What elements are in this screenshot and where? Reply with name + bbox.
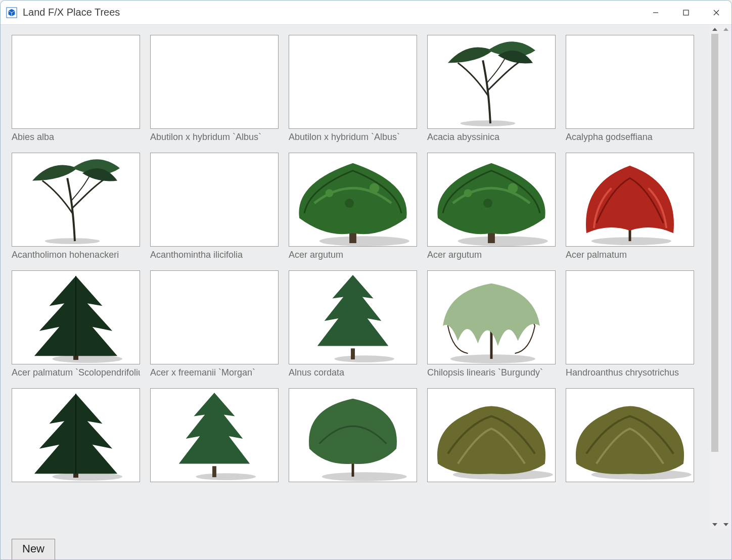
tree-thumbnail[interactable]: [427, 153, 556, 247]
tree-label: Acer argutum: [427, 247, 556, 260]
tree-item[interactable]: Acer argutum: [427, 153, 556, 260]
window-scrollbar[interactable]: [720, 25, 731, 529]
tree-label: Abutilon x hybridum `Albus`: [289, 129, 417, 143]
tree-label: Abutilon x hybridum `Albus`: [150, 129, 279, 143]
tree-item[interactable]: Acer palmatum: [566, 153, 694, 260]
tree-label: [150, 482, 279, 485]
tree-label: Acacia abyssinica: [427, 129, 556, 143]
tree-item[interactable]: Acanthomintha ilicifolia: [150, 153, 279, 260]
tree-item[interactable]: [427, 388, 556, 485]
tree-item[interactable]: [566, 388, 694, 485]
tree-thumbnail[interactable]: [12, 388, 140, 482]
tree-thumbnail[interactable]: [566, 388, 694, 482]
tree-label: Acer x freemanii `Morgan`: [150, 364, 279, 378]
tree-label: [566, 482, 694, 485]
tree-label: [289, 482, 417, 485]
tree-grid-scroll: Abies albaAbutilon x hybridum `Albus`Abu…: [1, 25, 709, 529]
tree-item[interactable]: Acacia abyssinica: [427, 35, 556, 143]
bottom-bar: New: [1, 529, 731, 559]
tree-thumbnail[interactable]: [427, 35, 556, 129]
tree-label: Acer palmatum: [566, 247, 694, 260]
tree-label: Handroanthus chrysotrichus: [566, 364, 694, 378]
sketchup-icon: [6, 7, 18, 19]
tree-grid: Abies albaAbutilon x hybridum `Albus`Abu…: [12, 35, 705, 485]
window-title: Land F/X Place Trees: [23, 7, 120, 18]
svg-rect-2: [683, 10, 689, 15]
tree-thumbnail[interactable]: [289, 35, 417, 129]
app-window: Land F/X Place Trees Abies albaAbutilon …: [0, 0, 732, 560]
tree-item[interactable]: Abies alba: [12, 35, 140, 143]
grid-scrollbar[interactable]: [709, 25, 720, 529]
body-area: Abies albaAbutilon x hybridum `Albus`Abu…: [1, 25, 731, 529]
minimize-button[interactable]: [640, 1, 671, 24]
tree-item[interactable]: Acantholimon hohenackeri: [12, 153, 140, 260]
tree-thumbnail[interactable]: [427, 270, 556, 364]
tree-item[interactable]: [12, 388, 140, 485]
tree-item[interactable]: Abutilon x hybridum `Albus`: [150, 35, 279, 143]
tree-item[interactable]: Abutilon x hybridum `Albus`: [289, 35, 417, 143]
tree-label: Acantholimon hohenackeri: [12, 247, 140, 260]
tree-item[interactable]: Chilopsis linearis `Burgundy`: [427, 270, 556, 378]
tree-label: Acer argutum: [289, 247, 417, 260]
tree-thumbnail[interactable]: [150, 270, 279, 364]
tree-label: Alnus cordata: [289, 364, 417, 378]
tree-thumbnail[interactable]: [289, 388, 417, 482]
tree-item[interactable]: Acer argutum: [289, 153, 417, 260]
scrollbar-track[interactable]: [720, 34, 731, 520]
maximize-button[interactable]: [671, 1, 701, 24]
scroll-up-icon[interactable]: [709, 25, 720, 34]
tree-label: Acer palmatum `Scolopendrifolium`: [12, 364, 140, 378]
tree-thumbnail[interactable]: [427, 388, 556, 482]
tree-thumbnail[interactable]: [150, 388, 279, 482]
tree-thumbnail[interactable]: [150, 153, 279, 247]
new-button[interactable]: New: [12, 539, 55, 559]
tree-item[interactable]: Acalypha godseffiana: [566, 35, 694, 143]
scrollbar-thumb[interactable]: [711, 34, 718, 452]
tree-label: Acanthomintha ilicifolia: [150, 247, 279, 260]
tree-item[interactable]: Alnus cordata: [289, 270, 417, 378]
window-controls: [640, 1, 731, 24]
tree-thumbnail[interactable]: [12, 35, 140, 129]
tree-thumbnail[interactable]: [289, 153, 417, 247]
tree-thumbnail[interactable]: [566, 35, 694, 129]
titlebar: Land F/X Place Trees: [1, 1, 731, 25]
tree-label: [12, 482, 140, 485]
tree-thumbnail[interactable]: [12, 153, 140, 247]
scroll-up-icon[interactable]: [720, 25, 731, 34]
tree-thumbnail[interactable]: [566, 153, 694, 247]
close-button[interactable]: [701, 1, 731, 24]
tree-item[interactable]: Acer palmatum `Scolopendrifolium`: [12, 270, 140, 378]
tree-thumbnail[interactable]: [12, 270, 140, 364]
scrollbar-track[interactable]: [709, 34, 720, 520]
tree-label: Chilopsis linearis `Burgundy`: [427, 364, 556, 378]
tree-label: Acalypha godseffiana: [566, 129, 694, 143]
tree-label: [427, 482, 556, 485]
tree-item[interactable]: Acer x freemanii `Morgan`: [150, 270, 279, 378]
tree-thumbnail[interactable]: [566, 270, 694, 364]
scroll-down-icon[interactable]: [709, 520, 720, 529]
tree-thumbnail[interactable]: [150, 35, 279, 129]
tree-item[interactable]: Handroanthus chrysotrichus: [566, 270, 694, 378]
scroll-down-icon[interactable]: [720, 520, 731, 529]
tree-item[interactable]: [150, 388, 279, 485]
tree-label: Abies alba: [12, 129, 140, 143]
tree-item[interactable]: [289, 388, 417, 485]
tree-thumbnail[interactable]: [289, 270, 417, 364]
